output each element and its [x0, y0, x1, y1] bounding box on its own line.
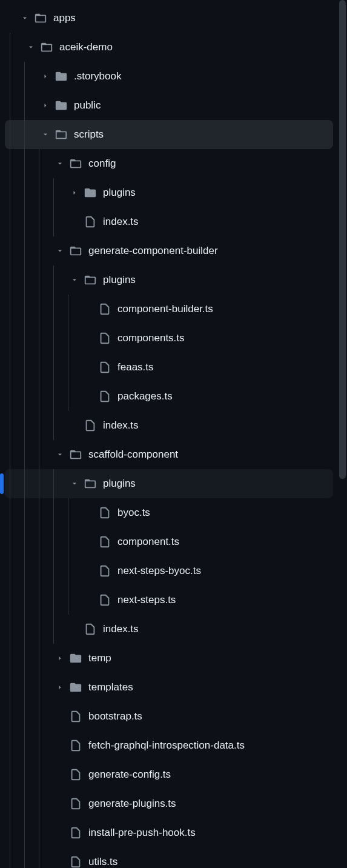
tree-item-label: plugins — [103, 478, 136, 490]
chevron-down-icon[interactable] — [55, 158, 65, 169]
tree-item-label: utils.ts — [88, 856, 117, 868]
scrollbar[interactable] — [338, 0, 347, 868]
file-icon — [69, 710, 82, 723]
chevron-right-icon[interactable] — [55, 653, 65, 664]
chevron-placeholder — [55, 856, 65, 867]
tree-row[interactable]: generate-plugins.ts — [5, 789, 333, 818]
tree-item-label: byoc.ts — [117, 507, 150, 519]
file-icon — [69, 826, 82, 840]
tree-row[interactable]: component-builder.ts — [5, 295, 333, 324]
chevron-placeholder — [69, 420, 80, 431]
tree-item-label: install-pre-push-hook.ts — [88, 827, 196, 839]
indent-guides — [5, 702, 48, 731]
tree-item-label: next-steps-byoc.ts — [117, 565, 201, 577]
tree-row[interactable]: byoc.ts — [5, 498, 333, 527]
tree-row[interactable]: plugins — [5, 469, 333, 498]
indent-guides — [5, 760, 48, 789]
chevron-placeholder — [84, 566, 94, 576]
indent-guides — [5, 527, 78, 556]
tree-item-label: packages.ts — [117, 390, 173, 402]
folder-open-icon — [84, 273, 97, 287]
folder-open-icon — [55, 128, 68, 141]
folder-open-icon — [40, 41, 53, 54]
tree-item-label: temp — [88, 652, 111, 664]
tree-row[interactable]: components.ts — [5, 324, 333, 353]
indent-guides — [5, 644, 48, 673]
tree-row[interactable]: public — [5, 91, 333, 120]
tree-row[interactable]: next-steps.ts — [5, 586, 333, 615]
tree-row[interactable]: index.ts — [5, 207, 333, 236]
tree-item-label: plugins — [103, 274, 136, 286]
chevron-down-icon[interactable] — [55, 245, 65, 256]
chevron-right-icon[interactable] — [69, 187, 80, 198]
chevron-placeholder — [84, 333, 94, 344]
tree-item-label: templates — [88, 681, 133, 693]
chevron-right-icon[interactable] — [55, 682, 65, 693]
folder-open-icon — [84, 477, 97, 490]
chevron-down-icon[interactable] — [25, 42, 36, 53]
chevron-down-icon[interactable] — [40, 129, 51, 140]
indent-guides — [5, 236, 48, 265]
folder-open-icon — [69, 157, 82, 170]
chevron-down-icon[interactable] — [19, 13, 30, 24]
tree-row[interactable]: generate-config.ts — [5, 760, 333, 789]
chevron-down-icon[interactable] — [55, 449, 65, 460]
tree-item-label: index.ts — [103, 623, 139, 635]
tree-row[interactable]: install-pre-push-hook.ts — [5, 818, 333, 847]
tree-row[interactable]: apps — [5, 4, 333, 33]
tree-row[interactable]: config — [5, 149, 333, 178]
indent-guides — [5, 353, 78, 382]
chevron-placeholder — [55, 798, 65, 809]
tree-item-label: next-steps.ts — [117, 594, 176, 606]
tree-item-label: generate-component-builder — [88, 245, 218, 257]
indent-guides — [5, 382, 78, 411]
indent-guides — [5, 440, 48, 469]
chevron-down-icon[interactable] — [69, 478, 80, 489]
folder-open-icon — [34, 12, 47, 25]
tree-item-label: scaffold-component — [88, 449, 178, 461]
indent-guides — [5, 33, 19, 62]
tree-row[interactable]: feaas.ts — [5, 353, 333, 382]
tree-row[interactable]: utils.ts — [5, 847, 333, 868]
tree-row[interactable]: scaffold-component — [5, 440, 333, 469]
file-icon — [69, 739, 82, 752]
tree-row[interactable]: packages.ts — [5, 382, 333, 411]
file-icon — [98, 564, 111, 578]
tree-row[interactable]: scripts — [5, 120, 333, 149]
chevron-placeholder — [55, 827, 65, 838]
chevron-right-icon[interactable] — [40, 71, 51, 82]
file-icon — [98, 593, 111, 607]
file-icon — [98, 506, 111, 519]
tree-row[interactable]: next-steps-byoc.ts — [5, 556, 333, 586]
chevron-placeholder — [84, 507, 94, 518]
chevron-right-icon[interactable] — [40, 100, 51, 111]
tree-row[interactable]: .storybook — [5, 62, 333, 91]
chevron-placeholder — [84, 536, 94, 547]
tree-row[interactable]: component.ts — [5, 527, 333, 556]
tree-row[interactable]: templates — [5, 673, 333, 702]
tree-item-label: index.ts — [103, 216, 139, 228]
indent-guides — [5, 556, 78, 586]
tree-item-label: bootstrap.ts — [88, 710, 142, 723]
tree-row[interactable]: temp — [5, 644, 333, 673]
indent-guides — [5, 586, 78, 615]
tree-item-label: aceik-demo — [59, 41, 113, 53]
indent-guides — [5, 265, 63, 295]
scrollbar-thumb[interactable] — [339, 0, 346, 479]
folder-icon — [84, 186, 97, 199]
tree-row[interactable]: plugins — [5, 265, 333, 295]
chevron-down-icon[interactable] — [69, 275, 80, 285]
indent-guides — [5, 847, 48, 868]
tree-row[interactable]: bootstrap.ts — [5, 702, 333, 731]
tree-row[interactable]: index.ts — [5, 411, 333, 440]
tree-item-label: component.ts — [117, 536, 179, 548]
tree-item-label: config — [88, 158, 116, 170]
tree-row[interactable]: plugins — [5, 178, 333, 207]
indent-guides — [5, 411, 63, 440]
indent-guides — [5, 615, 63, 644]
file-tree: appsaceik-demo.storybookpublicscriptscon… — [0, 0, 338, 868]
tree-row[interactable]: index.ts — [5, 615, 333, 644]
tree-row[interactable]: fetch-graphql-introspection-data.ts — [5, 731, 333, 760]
tree-row[interactable]: generate-component-builder — [5, 236, 333, 265]
tree-row[interactable]: aceik-demo — [5, 33, 333, 62]
